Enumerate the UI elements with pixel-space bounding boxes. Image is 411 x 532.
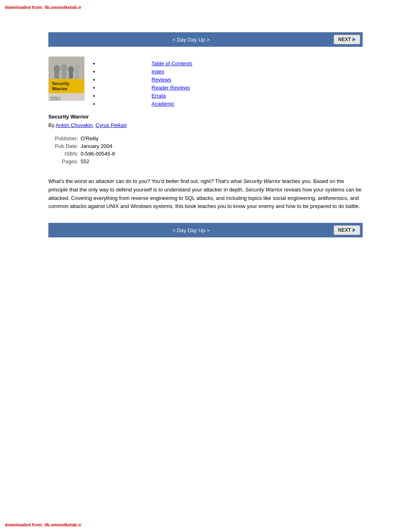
pubdate-value: January 2004 <box>81 142 115 150</box>
table-of-contents-link[interactable]: Table of Contents <box>152 60 192 66</box>
next-button[interactable]: NEXT <box>334 35 360 44</box>
pages-value: 552 <box>81 158 115 165</box>
list-item-reader-reviews: Reader Reviews <box>99 85 192 91</box>
svg-rect-9 <box>75 71 79 79</box>
pages-label: Pages: <box>48 158 81 165</box>
pages-row: Pages: 552 <box>48 158 115 165</box>
book-description: What's the worst an attacker can do to y… <box>48 177 363 211</box>
next-label: NEXT <box>338 37 351 42</box>
book-meta-table: Publisher: O'Reilly Pub Date: January 20… <box>48 135 115 165</box>
svg-text:SECURITY: SECURITY <box>50 98 61 101</box>
list-item-index: Index <box>99 69 192 75</box>
watermark-top: downloaded from: lib.ommolketab.ir <box>5 5 81 10</box>
publisher-row: Publisher: O'Reilly <box>48 135 115 142</box>
svg-point-2 <box>54 65 60 73</box>
isbn-row: ISBN: 0-596-00545-8 <box>48 150 115 158</box>
reader-reviews-link[interactable]: Reader Reviews <box>152 85 190 91</box>
svg-rect-3 <box>54 72 59 79</box>
links-list-section: Table of Contents Index Reviews Reader R… <box>93 56 192 109</box>
errata-link[interactable]: Errata <box>152 93 166 99</box>
academic-link[interactable]: Academic <box>152 101 174 107</box>
svg-rect-7 <box>69 73 73 79</box>
nav-day-day-up[interactable]: < Day Day Up > <box>48 37 334 43</box>
watermark-bottom-site: lib.ommolketab.ir <box>44 522 81 527</box>
book-cover: Security Warrior O'REILLY SECURITY <box>48 56 85 101</box>
bottom-next-button[interactable]: NEXT <box>334 225 360 235</box>
list-item-toc: Table of Contents <box>99 60 192 66</box>
list-item-academic: Academic <box>99 101 192 107</box>
list-item-errata: Errata <box>99 93 192 99</box>
svg-point-4 <box>61 64 67 72</box>
author1-link[interactable]: Anton Chuvakin <box>56 122 93 128</box>
isbn-label: ISBN: <box>48 150 81 158</box>
book-title: Security Warrior <box>48 114 363 120</box>
reviews-link[interactable]: Reviews <box>152 77 171 83</box>
book-cover-svg: Security Warrior O'REILLY SECURITY <box>49 57 85 101</box>
bottom-next-arrow-icon <box>353 228 356 232</box>
isbn-value: 0-596-00545-8 <box>81 150 115 158</box>
svg-text:Warrior: Warrior <box>52 86 68 91</box>
watermark-bottom: downloaded from: lib.ommolketab.ir <box>5 522 81 527</box>
italic-title-1: Security Warrior <box>243 178 280 184</box>
watermark-site: lib.ommolketab.ir <box>44 5 81 10</box>
book-meta: Publisher: O'Reilly Pub Date: January 20… <box>48 135 363 165</box>
book-header-section: Security Warrior O'REILLY SECURITY Table… <box>48 56 363 109</box>
author2-link[interactable]: Cyrus Peikari <box>95 122 127 128</box>
description-paragraph: What's the worst an attacker can do to y… <box>48 177 363 211</box>
list-item-reviews: Reviews <box>99 77 192 83</box>
italic-title-2: Security Warrior <box>245 187 283 193</box>
next-arrow-icon <box>353 37 356 42</box>
bottom-next-label: NEXT <box>338 227 351 233</box>
svg-point-6 <box>68 66 74 73</box>
top-nav-bar: < Day Day Up > NEXT <box>48 32 363 47</box>
publisher-label: Publisher: <box>48 135 81 142</box>
svg-text:Security: Security <box>52 81 70 86</box>
pubdate-label: Pub Date: <box>48 142 81 150</box>
pubdate-row: Pub Date: January 2004 <box>48 142 115 150</box>
book-links-list: Table of Contents Index Reviews Reader R… <box>93 60 192 107</box>
index-link[interactable]: Index <box>152 69 164 75</box>
publisher-value: O'Reilly <box>81 135 115 142</box>
day-day-up-link[interactable]: < Day Day Up > <box>172 37 210 43</box>
book-cover-container: Security Warrior O'REILLY SECURITY <box>48 56 85 109</box>
bottom-nav-bar: < Day Day Up > NEXT <box>48 223 363 237</box>
svg-rect-5 <box>62 71 66 79</box>
watermark-bottom-prefix: downloaded from: <box>5 522 43 527</box>
book-authors: By Anton Chuvakin, Cyrus Peikari <box>48 122 363 128</box>
authors-prefix: By <box>48 122 54 128</box>
svg-point-8 <box>74 64 80 71</box>
bottom-nav-day-day-up[interactable]: < Day Day Up > <box>48 227 334 233</box>
watermark-prefix: downloaded from: <box>5 5 43 10</box>
bottom-day-day-up-link[interactable]: < Day Day Up > <box>172 227 210 233</box>
